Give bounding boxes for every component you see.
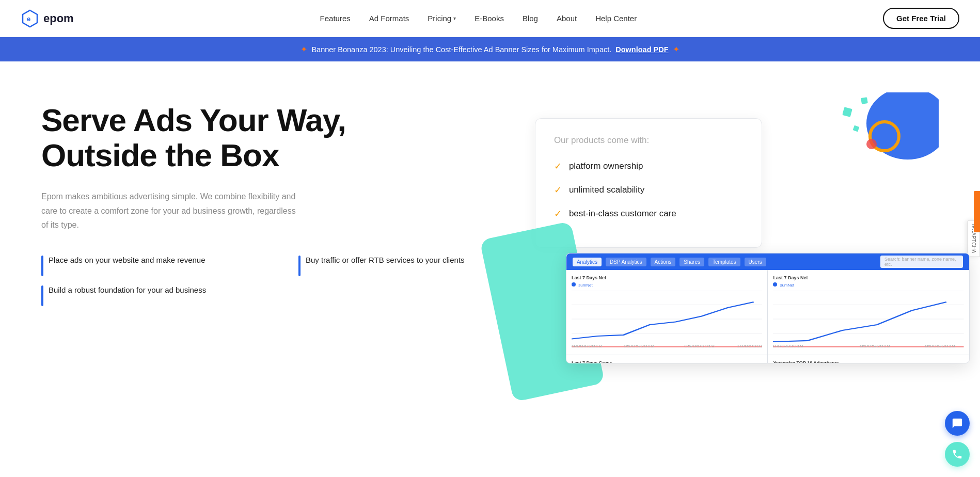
svg-text:04/04/2018: 04/04/2018 [572,344,602,347]
products-panel-title: Our products come with: [554,135,743,146]
dash-tab-templates: Templates [708,258,740,266]
feature-bar-icon-3 [41,285,43,306]
chart-net-right-legend: sumNet [773,282,964,288]
nav-item-features[interactable]: Features [320,14,351,23]
checkmark-icon-3: ✓ [554,208,562,219]
nav-link-adformats[interactable]: Ad Formats [369,14,409,23]
nav-link-about[interactable]: About [557,14,577,23]
feature-bar-icon [41,256,43,276]
decorative-shapes [763,92,939,185]
svg-rect-4 [861,97,868,104]
dash-tab-shares: Shares [679,258,704,266]
promo-banner: ✦ Banner Bonanza 2023: Unveiling the Cos… [0,37,980,61]
product-feature-1: ✓ platform ownership [554,160,743,172]
hero-title: Serve Ads Your Way,Outside the Box [41,103,535,173]
nav-item-adformats[interactable]: Ad Formats [369,14,409,23]
feature-text-2: Buy traffic or offer RTB services to you… [306,255,465,265]
svg-text:10/06/2018: 10/06/2018 [736,344,762,347]
feature-item-3: Build a robust foundation for your ad bu… [41,284,278,306]
nav-item-pricing[interactable]: Pricing ▾ [428,14,456,23]
dash-tab-actions: Actions [651,258,676,266]
dash-tab-dsp: DSP Analytics [606,258,646,266]
product-feature-text-3: best-in-class customer care [569,208,676,220]
dashboard-search: Search: banner name, zone name, etc. [880,256,963,268]
get-free-trial-button[interactable]: Get Free Trial [883,8,959,29]
banner-download-link[interactable]: Download PDF [615,45,668,54]
nav-link-blog[interactable]: Blog [523,14,538,23]
feature-text-1: Place ads on your website and make reven… [49,255,206,265]
feature-bar-icon-2 [298,256,301,276]
nav-link-ebooks[interactable]: E-Books [475,14,504,23]
product-feature-text-1: platform ownership [569,160,643,172]
svg-point-6 [866,139,877,149]
nav-link-helpcenter[interactable]: Help Center [595,14,637,23]
nav-links: Features Ad Formats Pricing ▾ E-Books Bl… [320,14,637,23]
hero-features-list: Place ads on your website and make reven… [41,255,535,306]
nav-link-features[interactable]: Features [320,14,351,23]
logo-text: epom [43,12,74,25]
hero-right-panel: Our products come with: ✓ platform owner… [535,92,939,363]
hero-section: Serve Ads Your Way,Outside the Box Epom … [0,61,980,449]
dash-tab-users: Users [745,258,766,266]
chart-advertisers-title: Yesterday TOP 10 Advertisers [773,360,964,363]
svg-text:05/05/2019: 05/05/2019 [860,344,890,347]
svg-text:05/06/2018: 05/06/2018 [684,344,715,347]
banner-text: Banner Bonanza 2023: Unveiling the Cost-… [311,45,611,54]
hero-subtitle: Epom makes ambitious advertising simple.… [41,189,299,232]
feature-text-3: Build a robust foundation for your ad bu… [49,284,206,295]
hero-left-panel: Serve Ads Your Way,Outside the Box Epom … [41,92,535,332]
decorative-svg [763,92,939,185]
epom-logo-icon: e [21,9,39,28]
chart-last7days-net-right: Last 7 Days Net sumNet 04/04 [768,270,969,355]
chart-top-advertisers: Yesterday TOP 10 Advertisers Advertiser … [768,355,969,363]
logo-link[interactable]: e epom [21,9,74,28]
orange-sidebar-bar [974,191,980,232]
chevron-down-icon: ▾ [453,15,456,21]
chart-net-right-svg: 04/04/2019 05/05/2019 05/06/2019 [773,291,964,347]
nav-link-pricing[interactable]: Pricing ▾ [428,14,456,23]
chart-last7days-net: Last 7 Days Net sumNet 04/04 [566,270,768,355]
nav-item-ebooks[interactable]: E-Books [475,14,504,23]
dash-tab-analytics: Analytics [573,258,602,266]
chart-gross-title: Last 7 Days Gross [572,360,763,363]
dashboard-header: Analytics DSP Analytics Actions Shares T… [566,253,969,270]
checkmark-icon-1: ✓ [554,161,562,172]
feature-item-1: Place ads on your website and make reven… [41,255,278,276]
chart-last7days-gross: Last 7 Days Gross sumGross [566,355,768,363]
svg-text:05/06/2019: 05/06/2019 [925,344,955,347]
dashboard-body: Last 7 Days Net sumNet 04/04 [566,270,969,363]
nav-item-about[interactable]: About [557,14,577,23]
chat-icon [952,418,963,429]
svg-text:05/05/2018: 05/05/2018 [624,344,654,347]
product-feature-text-2: unlimited scalability [569,184,644,196]
checkmark-icon-2: ✓ [554,184,562,196]
chart-net-right-title: Last 7 Days Net [773,275,964,280]
navbar: e epom Features Ad Formats Pricing ▾ E-B… [0,0,980,37]
dashboard-screenshot: Analytics DSP Analytics Actions Shares T… [566,253,970,363]
svg-text:e: e [27,15,30,23]
svg-rect-7 [853,125,860,132]
chart-net-svg: 04/04/2018 05/05/2018 05/06/2018 10/06/2… [572,291,763,347]
product-feature-2: ✓ unlimited scalability [554,184,743,196]
nav-item-blog[interactable]: Blog [523,14,538,23]
chart-net-title: Last 7 Days Net [572,275,763,280]
banner-star-left-icon: ✦ [301,44,307,54]
svg-text:04/04/2019: 04/04/2019 [773,344,803,347]
nav-item-helpcenter[interactable]: Help Center [595,14,637,23]
dashboard-preview: Analytics DSP Analytics Actions Shares T… [535,253,939,363]
banner-star-right-icon: ✦ [673,44,679,54]
product-feature-3: ✓ best-in-class customer care [554,208,743,220]
svg-rect-3 [842,107,852,117]
chart-net-legend: sumNet [572,282,763,288]
chat-widget-button[interactable] [945,411,970,436]
